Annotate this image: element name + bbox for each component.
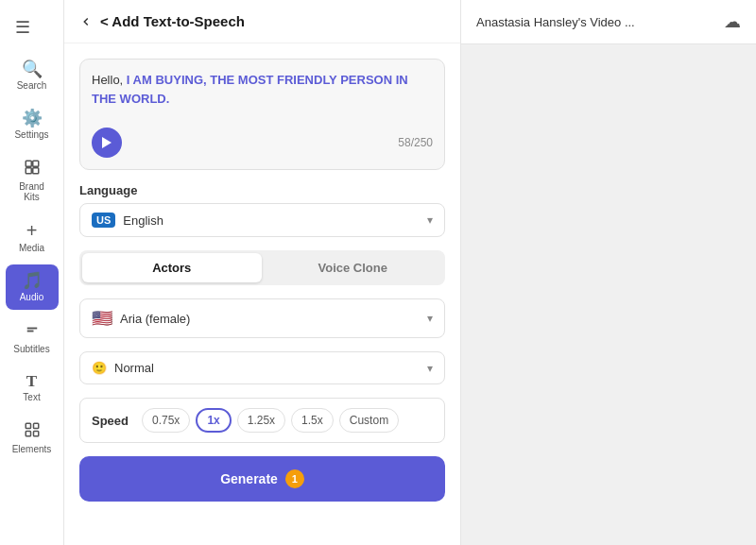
svg-rect-9 <box>33 432 38 436</box>
svg-rect-2 <box>26 168 31 174</box>
flag-us-label: US <box>92 213 115 228</box>
actor-selected: 🇺🇸 Aria (female) <box>92 308 190 329</box>
text-controls: 58/250 <box>92 128 433 158</box>
speed-custom[interactable]: Custom <box>339 408 399 433</box>
speed-15x[interactable]: 1.5x <box>291 408 334 433</box>
actor-dropdown[interactable]: 🇺🇸 Aria (female) ▾ <box>79 298 445 338</box>
sidebar-item-label: Elements <box>12 444 52 454</box>
language-value: English <box>123 213 163 228</box>
speed-075x[interactable]: 0.75x <box>142 408 190 433</box>
language-section: Language US English ▾ <box>79 183 445 237</box>
svg-rect-1 <box>32 161 38 166</box>
sidebar-item-audio[interactable]: 🎵 Audio <box>6 264 59 310</box>
tone-name: Normal <box>114 361 154 375</box>
speed-1x[interactable]: 1x <box>196 408 231 433</box>
generate-button[interactable]: Generate 1 <box>79 456 445 502</box>
media-icon: + <box>26 221 38 240</box>
sidebar-item-label: Search <box>17 80 47 91</box>
text-area[interactable]: Hello, I AM BUYING, THE MOST FRIENDLY PE… <box>92 71 433 118</box>
elements-icon <box>24 421 41 441</box>
cloud-icon[interactable]: ☁ <box>724 11 741 32</box>
sidebar-item-text[interactable]: T Text <box>6 366 59 410</box>
language-label: Language <box>79 183 445 197</box>
tone-dropdown[interactable]: 🙂 Normal ▾ <box>79 351 445 384</box>
tone-chevron-icon: ▾ <box>427 362 433 375</box>
actor-voice-tabs: Actors Voice Clone <box>79 250 445 285</box>
svg-rect-0 <box>26 161 31 166</box>
hamburger-menu[interactable]: ☰ <box>8 9 38 45</box>
speed-options: 0.75x 1x 1.25x 1.5x Custom <box>142 408 399 433</box>
brand-kits-icon <box>24 159 41 179</box>
sidebar-item-search[interactable]: 🔍 Search <box>6 53 59 98</box>
speed-section: Speed 0.75x 1x 1.25x 1.5x Custom <box>79 398 445 443</box>
page-title: < Add Text-to-Speech <box>100 13 245 29</box>
preview-header: Anastasia Hansley's Video ... ☁ <box>461 0 756 44</box>
actor-name: Aria (female) <box>120 312 190 326</box>
sidebar-item-label: Text <box>23 392 40 402</box>
search-icon: 🔍 <box>22 60 43 77</box>
audio-icon: 🎵 <box>22 272 43 289</box>
panel-header: < Add Text-to-Speech <box>64 0 460 43</box>
svg-rect-6 <box>26 423 30 428</box>
sidebar-item-media[interactable]: + Media <box>6 213 59 261</box>
actor-chevron-icon: ▾ <box>427 312 433 325</box>
text-icon: T <box>26 373 37 389</box>
sidebar-item-settings[interactable]: ⚙️ Settings <box>6 102 59 147</box>
speed-label: Speed <box>92 414 129 428</box>
svg-rect-8 <box>26 432 30 436</box>
sidebar-item-label: Settings <box>14 129 48 140</box>
chevron-down-icon: ▾ <box>427 213 433 227</box>
char-count: 58/250 <box>398 136 433 149</box>
sidebar-item-brand-kits[interactable]: Brand Kits <box>6 151 59 210</box>
actor-flag-icon: 🇺🇸 <box>92 308 112 329</box>
language-dropdown[interactable]: US English ▾ <box>79 203 445 237</box>
tone-selected: 🙂 Normal <box>92 361 154 375</box>
settings-icon: ⚙️ <box>22 110 43 127</box>
sidebar-item-label: Subtitles <box>13 344 49 354</box>
tab-voice-clone[interactable]: Voice Clone <box>264 253 443 282</box>
play-button[interactable] <box>92 128 122 158</box>
generate-label: Generate <box>220 471 278 486</box>
tone-emoji-icon: 🙂 <box>92 361 107 375</box>
main-panel: < Add Text-to-Speech Hello, I AM BUYING,… <box>64 0 461 545</box>
panel-content: Hello, I AM BUYING, THE MOST FRIENDLY PE… <box>64 43 460 545</box>
back-button[interactable] <box>79 15 93 28</box>
sidebar-item-label: Media <box>19 243 44 253</box>
subtitles-icon <box>24 321 41 341</box>
svg-rect-3 <box>32 168 38 174</box>
sidebar-item-elements[interactable]: Elements <box>6 414 59 462</box>
svg-rect-7 <box>33 423 38 428</box>
language-selected: US English <box>92 213 163 228</box>
tab-actors[interactable]: Actors <box>82 253 262 282</box>
generate-badge: 1 <box>285 469 304 488</box>
sidebar-item-subtitles[interactable]: Subtitles <box>6 314 59 362</box>
highlighted-text: I AM BUYING, THE MOST FRIENDLY PERSON IN… <box>92 73 408 106</box>
speed-125x[interactable]: 1.25x <box>237 408 285 433</box>
sidebar-item-label: Audio <box>20 292 44 302</box>
svg-marker-10 <box>102 137 112 148</box>
sidebar: ☰ 🔍 Search ⚙️ Settings Brand Kits + Medi… <box>0 0 64 545</box>
preview-title: Anastasia Hansley's Video ... <box>476 15 635 29</box>
text-input-block: Hello, I AM BUYING, THE MOST FRIENDLY PE… <box>79 59 445 170</box>
preview-area: Anastasia Hansley's Video ... ☁ <box>461 0 756 545</box>
sidebar-item-label: Brand Kits <box>11 181 53 202</box>
